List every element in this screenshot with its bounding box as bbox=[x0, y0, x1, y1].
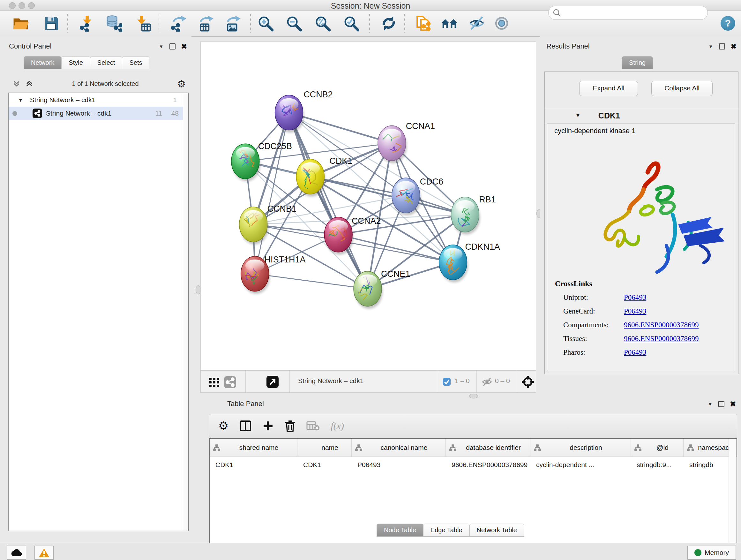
gene-section-header[interactable]: ▼ CDK1 bbox=[545, 108, 738, 123]
warning-status-button[interactable] bbox=[35, 546, 54, 560]
tab-node-table[interactable]: Node Table bbox=[377, 523, 423, 537]
network-node[interactable] bbox=[275, 95, 304, 133]
section-disclosure-icon[interactable]: ▼ bbox=[576, 113, 581, 118]
tab-select[interactable]: Select bbox=[90, 56, 123, 69]
table-cell[interactable]: CDK1 bbox=[210, 461, 297, 469]
collapse-all-icon[interactable] bbox=[12, 79, 21, 88]
crosslink-link[interactable]: 9606.ENSP00000378699 bbox=[624, 321, 699, 329]
column-header-canonicalname[interactable]: canonical name bbox=[352, 439, 446, 456]
detach-view-icon[interactable] bbox=[266, 375, 279, 388]
panel-close-icon[interactable]: ✖ bbox=[181, 44, 187, 49]
tab-string[interactable]: String bbox=[622, 56, 653, 69]
export-network-button[interactable] bbox=[168, 13, 189, 34]
crosslink-link[interactable]: P06493 bbox=[624, 294, 646, 302]
tab-network[interactable]: Network bbox=[23, 56, 62, 69]
network-birdseye-icon[interactable] bbox=[224, 376, 237, 388]
network-node[interactable] bbox=[239, 207, 268, 245]
tab-style[interactable]: Style bbox=[61, 56, 90, 69]
network-canvas[interactable]: CCNB2CCNA1CDC25BCDK1CDC6RB1CCNB1CCNA2CDK… bbox=[200, 42, 536, 370]
table-settings-gear-icon[interactable]: ⚙ bbox=[218, 419, 228, 433]
hide-selected-button[interactable] bbox=[466, 13, 487, 34]
column-header-id[interactable]: @id bbox=[631, 439, 684, 456]
delete-column-trash-icon[interactable] bbox=[285, 420, 295, 432]
tree-disclosure-icon[interactable]: ▼ bbox=[18, 98, 23, 103]
network-node[interactable] bbox=[354, 271, 383, 309]
network-edge[interactable] bbox=[255, 274, 367, 289]
table-cell[interactable]: P06493 bbox=[352, 461, 446, 469]
export-image-button[interactable] bbox=[222, 13, 244, 34]
tree-scrollbar[interactable] bbox=[183, 93, 188, 531]
crosslink-link[interactable]: 9606.ENSP00000378699 bbox=[624, 334, 699, 343]
column-header-description[interactable]: description bbox=[530, 439, 631, 456]
zoom-in-icon bbox=[258, 15, 274, 32]
expand-all-button[interactable]: Expand All bbox=[579, 81, 638, 96]
create-column-plus-icon[interactable] bbox=[262, 420, 274, 432]
import-table-button[interactable] bbox=[132, 13, 153, 34]
network-selection-status: 1 of 1 Network selected bbox=[33, 80, 177, 87]
panel-close-icon[interactable]: ✖ bbox=[730, 401, 736, 407]
crosslink-row: Tissues: 9606.ENSP00000378699 bbox=[555, 334, 699, 343]
show-columns-icon[interactable] bbox=[239, 420, 252, 432]
zoom-out-button[interactable] bbox=[284, 13, 305, 34]
column-header-name[interactable]: name bbox=[297, 439, 352, 456]
memory-button[interactable]: Memory bbox=[687, 546, 736, 560]
zoom-in-button[interactable] bbox=[255, 13, 276, 34]
zoom-fit-button[interactable] bbox=[313, 13, 333, 34]
import-network-icon bbox=[78, 15, 95, 32]
network-collection-row[interactable]: ▼ String Network – cdk1 1 bbox=[9, 93, 188, 107]
new-network-from-selection-button[interactable] bbox=[413, 13, 434, 34]
network-node[interactable] bbox=[323, 217, 354, 255]
refresh-view-button[interactable] bbox=[378, 13, 399, 34]
tab-network-table[interactable]: Network Table bbox=[469, 523, 524, 537]
help-button[interactable]: ? bbox=[721, 16, 735, 30]
table-cell[interactable]: CDK1 bbox=[297, 461, 352, 469]
panel-menu-icon[interactable]: ▼ bbox=[709, 44, 713, 49]
network-edge[interactable] bbox=[289, 113, 392, 143]
fit-content-crosshair-icon[interactable] bbox=[522, 376, 534, 388]
panel-float-icon[interactable] bbox=[170, 44, 176, 50]
tab-edge-table[interactable]: Edge Table bbox=[423, 523, 470, 537]
bottom-splitter-handle[interactable] bbox=[469, 394, 478, 398]
control-panel: Control Panel ▼ ✖ Network Style Select S… bbox=[0, 37, 192, 543]
column-header-sharedname[interactable]: shared name bbox=[210, 439, 297, 456]
import-network-button[interactable] bbox=[76, 13, 97, 34]
save-session-button[interactable] bbox=[41, 13, 62, 34]
panel-menu-icon[interactable]: ▼ bbox=[708, 401, 713, 407]
first-neighbors-button[interactable] bbox=[439, 13, 460, 34]
panel-close-icon[interactable]: ✖ bbox=[731, 44, 737, 49]
cloud-status-button[interactable] bbox=[7, 546, 26, 560]
grid-view-icon[interactable] bbox=[208, 376, 220, 388]
zoom-selected-button[interactable] bbox=[341, 13, 362, 34]
panel-menu-icon[interactable]: ▼ bbox=[159, 44, 164, 49]
network-edge[interactable] bbox=[255, 113, 289, 274]
open-folder-button[interactable] bbox=[10, 13, 31, 34]
panel-float-icon[interactable] bbox=[718, 401, 724, 407]
tab-sets[interactable]: Sets bbox=[122, 56, 149, 69]
network-node[interactable] bbox=[375, 125, 407, 163]
network-row[interactable]: String Network – cdk1 11 48 bbox=[9, 107, 188, 120]
search-input[interactable] bbox=[548, 6, 708, 20]
table-cell[interactable]: cyclin-dependent ... bbox=[530, 461, 631, 469]
expand-all-icon[interactable] bbox=[25, 79, 33, 88]
network-node[interactable] bbox=[296, 159, 325, 197]
column-header-databaseidentifier[interactable]: database identifier bbox=[446, 439, 530, 456]
table-cell[interactable]: 9606.ENSP00000378699 bbox=[446, 461, 530, 469]
table-row[interactable]: CDK1CDK1P064939606.ENSP00000378699cyclin… bbox=[210, 457, 737, 473]
node-label: CDKN1A bbox=[465, 242, 500, 252]
crosslink-link[interactable]: P06493 bbox=[624, 307, 646, 315]
collapse-all-button[interactable]: Collapse All bbox=[651, 81, 713, 96]
panel-float-icon[interactable] bbox=[719, 44, 725, 50]
import-network-from-database-button[interactable] bbox=[104, 13, 125, 34]
results-buttons-box: Expand All Collapse All bbox=[544, 71, 738, 109]
crosslink-row: Compartments: 9606.ENSP00000378699 bbox=[555, 321, 699, 329]
show-all-button[interactable] bbox=[491, 13, 512, 34]
table-cell[interactable]: stringdb:9... bbox=[631, 461, 684, 469]
export-table-button[interactable] bbox=[195, 13, 216, 34]
left-splitter-handle[interactable] bbox=[196, 286, 201, 294]
crosslink-link[interactable]: P06493 bbox=[624, 348, 646, 357]
network-node[interactable] bbox=[439, 245, 468, 283]
network-node[interactable] bbox=[451, 197, 480, 235]
table-vertical-scrollbar[interactable] bbox=[729, 439, 736, 551]
network-options-gear-icon[interactable]: ⚙ bbox=[177, 78, 186, 89]
selected-checkbox-icon[interactable] bbox=[443, 378, 451, 386]
